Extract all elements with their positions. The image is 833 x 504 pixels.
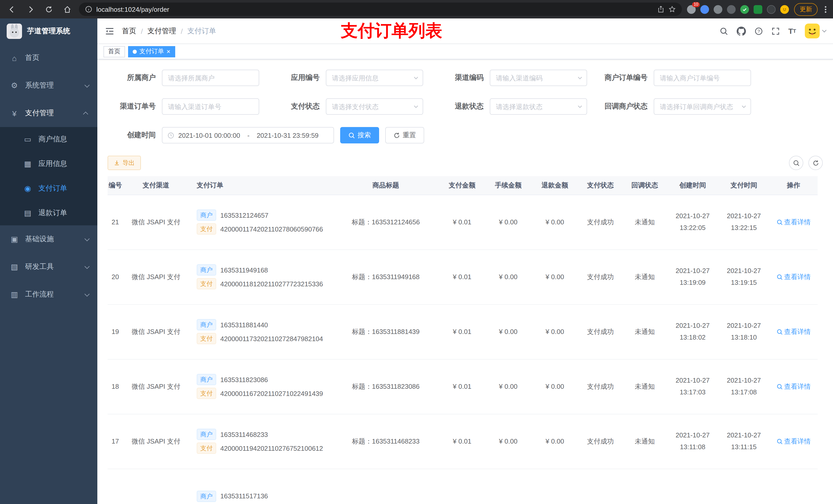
merchant-order-no-label: 商户订单编号 [599, 73, 654, 82]
chevron-down-icon [85, 82, 90, 87]
channel-code-select[interactable] [490, 70, 587, 86]
sidebar-item-merchant-info[interactable]: ▭ 商户信息 [0, 127, 97, 152]
sidebar-item-workflow[interactable]: ▥ 工作流程 [0, 281, 97, 308]
toggle-search-button[interactable] [789, 156, 803, 170]
tag-pay-order[interactable]: 支付订单 × [128, 46, 175, 57]
question-icon[interactable]: ? [754, 27, 763, 35]
refresh-button[interactable] [808, 156, 823, 170]
extension-dark-gray-icon[interactable] [727, 5, 736, 14]
extension-face-icon[interactable] [780, 5, 789, 14]
sidebar-logo[interactable]: 芋道管理系统 [0, 19, 97, 44]
app-grid-icon: ▦ [23, 159, 32, 169]
dashboard-icon: ⌂ [10, 53, 19, 62]
pay-tag: 支付 [197, 333, 216, 344]
refund-amount: ¥ 0.00 [531, 359, 578, 414]
logo-rabbit-icon [7, 24, 22, 39]
table-row: 21 微信 JSAPI 支付 商户 1635312124657 支付 42000… [108, 195, 818, 249]
sidebar-item-infrastructure[interactable]: ▣ 基础设施 [0, 225, 97, 253]
sidebar-item-home[interactable]: ⌂ 首页 [0, 44, 97, 72]
pay-status: 支付成功 [578, 359, 622, 414]
sidebar-item-payment[interactable]: ¥ 支付管理 [0, 99, 97, 127]
active-dot [133, 49, 137, 53]
tag-home[interactable]: 首页 [103, 46, 125, 57]
merchant-order-no-input[interactable] [654, 70, 751, 86]
bookmark-star-icon[interactable] [669, 6, 676, 13]
refund-status-select[interactable] [490, 98, 587, 115]
extension-gray-icon[interactable] [714, 5, 722, 14]
view-detail-link[interactable]: 查看详情 [777, 382, 811, 391]
view-detail-link[interactable]: 查看详情 [777, 217, 811, 226]
create-time-label: 创建时间 [108, 130, 162, 140]
browser-forward-button[interactable] [24, 3, 37, 16]
sidebar-item-app-info[interactable]: ▦ 应用信息 [0, 152, 97, 176]
view-detail-link[interactable]: 查看详情 [777, 327, 811, 336]
fullscreen-icon[interactable] [771, 27, 780, 35]
font-size-icon[interactable]: TT [788, 27, 796, 35]
order-id [108, 469, 123, 504]
pay-status-select[interactable] [326, 98, 423, 115]
extension-pin-icon[interactable] [767, 5, 776, 14]
goods-title: 标题：1635311949168 [332, 249, 439, 304]
view-detail-link[interactable]: 查看详情 [777, 272, 811, 282]
extension-puzzle-icon[interactable]: 10 [687, 5, 696, 14]
breadcrumb: 首页 / 支付管理 / 支付订单 [122, 26, 216, 35]
sidebar-item-pay-order[interactable]: ◉ 支付订单 [0, 176, 97, 201]
magnifier-icon [777, 438, 783, 444]
user-avatar[interactable] [805, 24, 826, 39]
pay-time [718, 469, 769, 504]
pay-amount: ¥ 0.01 [439, 195, 485, 249]
merchant-order-no: 1635311517136 [220, 492, 268, 500]
share-icon[interactable] [657, 6, 664, 13]
app-no-label: 应用编号 [271, 73, 326, 82]
export-button[interactable]: 导出 [108, 156, 141, 170]
merchant-tag: 商户 [197, 319, 216, 330]
extension-blue-icon[interactable] [700, 5, 709, 14]
create-time: 2021-10-27 13:19:09 [667, 249, 718, 304]
dev-tools-icon: ▧ [10, 262, 19, 271]
sidebar-item-refund-order[interactable]: ▤ 退款订单 [0, 201, 97, 225]
actions-cell: 查看详情 [769, 249, 818, 304]
breadcrumb-home[interactable]: 首页 [122, 26, 136, 35]
sidebar-item-dev-tools[interactable]: ▧ 研发工具 [0, 253, 97, 281]
github-icon[interactable] [736, 26, 746, 35]
pay-channel: 微信 JSAPI 支付 [123, 304, 189, 359]
merchant-tag: 商户 [197, 374, 216, 385]
table-header-row: 编号 支付渠道 支付订单 商品标题 支付金额 手续金额 退款金额 支付状态 回调… [108, 176, 818, 195]
channel-order-no-input[interactable] [162, 98, 259, 115]
browser-reload-button[interactable] [42, 3, 55, 16]
reset-button[interactable]: 重置 [385, 127, 424, 143]
col-refund: 退款金额 [531, 176, 578, 195]
create-time-range-input[interactable]: 2021-10-01 00:00:00 - 2021-10-31 23:59:5… [162, 127, 334, 143]
merchant-order-no: 1635311881440 [220, 321, 268, 329]
merchant-select[interactable] [162, 70, 259, 86]
sidebar-toggle-icon[interactable] [97, 26, 122, 35]
goods-title [332, 469, 439, 504]
pay-tag: 支付 [197, 442, 216, 454]
search-icon[interactable] [719, 27, 728, 35]
extension-green-square-icon[interactable] [754, 5, 762, 14]
close-icon[interactable]: × [166, 48, 170, 55]
fee-amount [485, 469, 531, 504]
goods-title: 标题：1635312124656 [332, 195, 439, 249]
download-icon [114, 160, 120, 166]
browser-home-button[interactable] [61, 3, 74, 16]
browser-back-button[interactable] [5, 3, 19, 16]
sidebar-item-system[interactable]: ⚙ 系统管理 [0, 72, 97, 99]
filter-row-1: 所属商户 应用编号 渠道编码 [108, 70, 823, 86]
app-no-select[interactable] [326, 70, 423, 86]
notify-status-select[interactable] [654, 98, 751, 115]
create-time: 2021-10-27 13:18:02 [667, 304, 718, 359]
view-detail-link[interactable]: 查看详情 [777, 437, 811, 446]
channel-pay-no: 4200001181202110277723215336 [220, 280, 323, 288]
goods-title: 标题：1635311468233 [332, 414, 439, 469]
breadcrumb-pay-manage[interactable]: 支付管理 [147, 26, 176, 35]
actions-cell: 查看详情 [769, 304, 818, 359]
refund-status-label: 退款状态 [435, 102, 490, 111]
channel-pay-no: 4200001173202110272847982104 [220, 335, 323, 342]
browser-update-button[interactable]: 更新 [794, 3, 818, 16]
kebab-menu-icon[interactable] [823, 5, 828, 14]
extension-check-icon[interactable] [740, 5, 749, 14]
site-info-icon[interactable] [85, 6, 92, 13]
browser-address-bar[interactable]: localhost:1024/pay/order [79, 3, 682, 16]
search-button[interactable]: 搜索 [340, 127, 379, 143]
